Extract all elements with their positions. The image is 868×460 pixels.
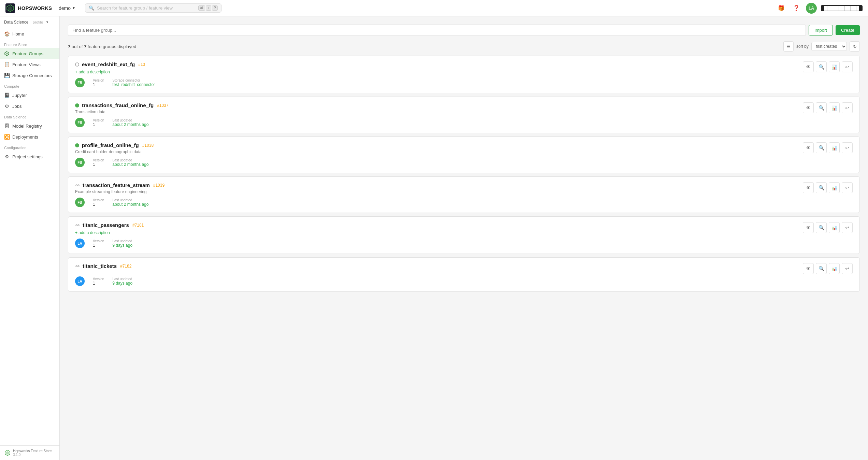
view-button[interactable]: 👁 xyxy=(803,102,814,113)
zoom-button[interactable]: 🔍 xyxy=(816,182,827,193)
stats-count: 7 xyxy=(68,44,70,49)
sort-select[interactable]: first created last updated name xyxy=(811,42,847,51)
add-description-link[interactable]: + add a description xyxy=(75,230,110,235)
add-description-link[interactable]: + add a description xyxy=(75,70,110,74)
stats-right: ☰ sort by first created last updated nam… xyxy=(783,41,860,52)
sidebar-item-project-settings[interactable]: ⚙ Project settings xyxy=(0,151,59,162)
refresh-icon[interactable]: ↻ xyxy=(850,41,860,52)
card-content-row: event_redshift_ext_fg #13 + add a descri… xyxy=(75,61,853,87)
project-selector[interactable]: demo ▼ xyxy=(56,4,78,12)
fg-name[interactable]: transaction_feature_stream xyxy=(83,182,150,188)
profile-chevron-icon: ▼ xyxy=(46,20,49,24)
fg-name[interactable]: titanic_tickets xyxy=(83,263,117,269)
chevron-down-icon: ▼ xyxy=(72,6,75,10)
fg-card-body: titanic_tickets #7182 LA Version 1 Last … xyxy=(75,263,803,286)
create-button[interactable]: Create xyxy=(836,25,860,35)
fg-actions: 👁 🔍 📊 ↩ xyxy=(803,102,853,113)
history-button[interactable]: ↩ xyxy=(842,102,853,113)
logo[interactable]: HOPSWORKS xyxy=(5,3,52,13)
card-content-row: transactions_fraud_online_fg #1037 Trans… xyxy=(75,102,853,127)
hopsworks-footer-logo xyxy=(4,449,11,456)
sidebar-item-label: Feature Views xyxy=(12,62,41,67)
fg-card-body: transactions_fraud_online_fg #1037 Trans… xyxy=(75,102,803,127)
storage-connectors-icon: 💾 xyxy=(4,73,10,78)
zoom-button[interactable]: 🔍 xyxy=(816,61,827,72)
avatar[interactable]: LA xyxy=(806,3,817,14)
sidebar-item-model-registry[interactable]: 🗄 Model Registry xyxy=(0,120,59,131)
help-icon[interactable]: ❓ xyxy=(791,3,802,14)
fg-card-header: event_redshift_ext_fg #13 xyxy=(75,61,803,67)
history-button[interactable]: ↩ xyxy=(842,61,853,72)
stats-button[interactable]: 📊 xyxy=(829,263,840,274)
stats-button[interactable]: 📊 xyxy=(829,102,840,113)
fg-name[interactable]: transactions_fraud_online_fg xyxy=(82,102,154,108)
sidebar-section-compute: Compute xyxy=(0,81,59,90)
sort-by-label: sort by xyxy=(796,44,809,49)
navbar-right: 🎁 ❓ LA ████████████ xyxy=(776,3,863,14)
feature-views-icon: 📋 xyxy=(4,62,10,67)
deployments-icon: 🔀 xyxy=(4,134,10,140)
history-button[interactable]: ↩ xyxy=(842,222,853,233)
list-view-icon[interactable]: ☰ xyxy=(783,41,794,52)
sidebar-item-label: Model Registry xyxy=(12,124,42,129)
zoom-button[interactable]: 🔍 xyxy=(816,142,827,153)
meta-last-updated: Last updated about 2 months ago xyxy=(112,198,148,207)
status-offline-icon xyxy=(75,62,79,67)
fg-card-body: event_redshift_ext_fg #13 + add a descri… xyxy=(75,61,803,87)
profile-label: Data Science xyxy=(4,20,31,25)
view-button[interactable]: 👁 xyxy=(803,182,814,193)
fg-card-header: titanic_tickets #7182 xyxy=(75,263,803,269)
fg-actions: 👁 🔍 📊 ↩ xyxy=(803,182,853,193)
zoom-button[interactable]: 🔍 xyxy=(816,102,827,113)
fg-card-header: titanic_passengers #7181 xyxy=(75,222,803,228)
jobs-icon: ⚙ xyxy=(4,103,10,109)
meta-version: Version 1 xyxy=(93,78,104,87)
sidebar-item-jupyter[interactable]: 📓 Jupyter xyxy=(0,90,59,101)
model-registry-icon: 🗄 xyxy=(4,123,10,129)
search-icon: 🔍 xyxy=(89,5,94,11)
fg-avatar: FB xyxy=(75,158,85,167)
fg-meta: FB Version 1 Storage connector test_reds… xyxy=(75,78,803,87)
fg-card-header: transaction_feature_stream #1039 xyxy=(75,182,803,188)
stats-button[interactable]: 📊 xyxy=(829,222,840,233)
sidebar-profile[interactable]: Data Science profile ▼ xyxy=(0,16,59,28)
stats-button[interactable]: 📊 xyxy=(829,182,840,193)
fg-name[interactable]: titanic_passengers xyxy=(83,222,129,228)
history-button[interactable]: ↩ xyxy=(842,263,853,274)
view-button[interactable]: 👁 xyxy=(803,222,814,233)
import-button[interactable]: Import xyxy=(809,25,833,35)
sidebar-item-label: Project settings xyxy=(12,154,43,159)
sidebar-version: Hopsworks Feature Store 3.1.0 xyxy=(13,449,52,457)
meta-version: Version 1 xyxy=(93,198,104,207)
feature-group-list: event_redshift_ext_fg #13 + add a descri… xyxy=(68,56,860,292)
history-button[interactable]: ↩ xyxy=(842,182,853,193)
fg-tag: #7182 xyxy=(120,264,131,269)
fg-name[interactable]: event_redshift_ext_fg xyxy=(82,61,135,67)
fg-description: Example streaming feature engineering xyxy=(75,189,803,194)
feature-group-search[interactable] xyxy=(68,25,806,36)
meta-version: Version 1 xyxy=(93,118,104,127)
sidebar-item-feature-groups[interactable]: Feature Groups xyxy=(0,48,59,59)
zoom-button[interactable]: 🔍 xyxy=(816,263,827,274)
stats-button[interactable]: 📊 xyxy=(829,61,840,72)
sidebar-item-storage-connectors[interactable]: 💾 Storage Connectors xyxy=(0,70,59,81)
content-topbar: Import Create xyxy=(68,25,860,36)
sidebar-item-deployments[interactable]: 🔀 Deployments xyxy=(0,131,59,142)
view-button[interactable]: 👁 xyxy=(803,142,814,153)
stats-button[interactable]: 📊 xyxy=(829,142,840,153)
view-button[interactable]: 👁 xyxy=(803,61,814,72)
meta-last-updated: Last updated about 2 months ago xyxy=(112,158,148,167)
notifications-icon[interactable]: 🎁 xyxy=(776,3,787,14)
global-search[interactable]: 🔍 Search for feature group / feature vie… xyxy=(85,3,222,13)
sidebar-item-feature-views[interactable]: 📋 Feature Views xyxy=(0,59,59,70)
view-button[interactable]: 👁 xyxy=(803,263,814,274)
history-button[interactable]: ↩ xyxy=(842,142,853,153)
sidebar-item-home[interactable]: 🏠 Home xyxy=(0,28,59,39)
svg-point-7 xyxy=(76,185,77,186)
fg-name[interactable]: profile_fraud_online_fg xyxy=(82,142,139,148)
sidebar-item-jobs[interactable]: ⚙ Jobs xyxy=(0,101,59,112)
sidebar-section-data-science: Data Science xyxy=(0,112,59,120)
project-settings-icon: ⚙ xyxy=(4,154,10,159)
zoom-button[interactable]: 🔍 xyxy=(816,222,827,233)
kbd2: + xyxy=(206,5,211,11)
